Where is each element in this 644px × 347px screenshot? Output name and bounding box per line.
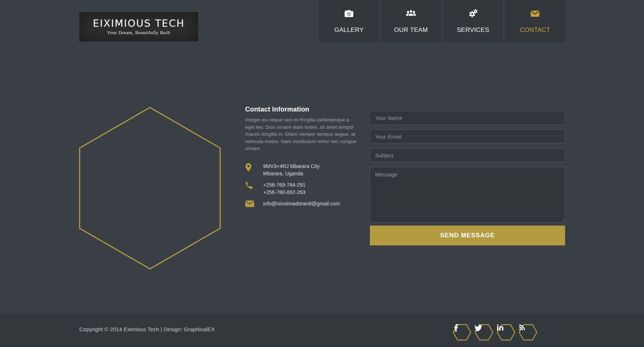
map-pin-icon [245,162,263,177]
phone-line-1: +256-769-764-291 [263,181,306,189]
message-textarea[interactable] [370,167,565,223]
email-input[interactable] [370,129,565,143]
section-title: Contact Information [245,106,357,113]
contact-information: Contact Information Integer eu neque sed… [245,106,357,209]
nav-label: OUR TEAM [394,26,428,34]
twitter-link[interactable] [474,324,494,341]
hexagon-decoration [79,107,221,271]
linkedin-link[interactable] [496,324,516,341]
section-description: Integer eu neque sed mi fringilla pellen… [245,116,357,152]
send-message-button[interactable]: SEND MESSAGE [370,226,565,245]
footer: Copyright © 2014 Eximious Tech | Design:… [0,313,644,347]
phone-line-2: +256-780-892-263 [263,189,306,196]
contact-page: EIXIMIOUS TECH Your Dream, Beautifully B… [0,0,644,347]
nav-item-gallery[interactable]: GALLERY [319,0,379,42]
logo-tagline: Your Dream, Beautifully Built [107,30,171,36]
envelope-icon [245,200,263,209]
nav-item-contact[interactable]: CONTACT [505,0,565,42]
gears-icon [467,8,479,19]
phone-icon [245,181,263,196]
envelope-icon [529,8,541,19]
main-nav: GALLERY OUR TEAM [319,0,565,42]
address-line-1: 9MV3+4RJ Mbarara City [263,162,320,170]
nav-label: SERVICES [457,26,489,34]
rss-link[interactable] [519,324,538,341]
nav-item-services[interactable]: SERVICES [443,0,503,42]
facebook-icon [452,324,472,341]
nav-label: CONTACT [520,26,550,34]
users-icon [405,8,417,19]
address-text: 9MV3+4RJ Mbarara City Mbarara, Uganda [263,162,320,177]
subject-input[interactable] [370,148,565,162]
email-row: info@ninsiimadoran9@gmail.com [245,200,357,209]
social-links [452,324,538,341]
email-text[interactable]: info@ninsiimadoran9@gmail.com [263,200,340,209]
phone-row: +256-769-764-291 +256-780-892-263 [245,181,357,196]
rss-icon [519,324,538,341]
camera-icon [343,8,355,19]
name-input[interactable] [370,111,565,125]
address-line-2: Mbarara, Uganda [263,170,320,177]
logo-title: EIXIMIOUS TECH [93,18,185,28]
site-logo[interactable]: EIXIMIOUS TECH Your Dream, Beautifully B… [79,12,198,41]
address-row: 9MV3+4RJ Mbarara City Mbarara, Uganda [245,162,357,177]
nav-label: GALLERY [334,26,364,34]
phone-text: +256-769-764-291 +256-780-892-263 [263,181,306,196]
contact-form: SEND MESSAGE [370,111,565,245]
nav-item-our-team[interactable]: OUR TEAM [381,0,441,42]
copyright-text: Copyright © 2014 Eximious Tech | Design:… [79,326,215,332]
facebook-link[interactable] [452,324,472,341]
twitter-icon [474,324,494,341]
linkedin-icon [496,324,516,341]
